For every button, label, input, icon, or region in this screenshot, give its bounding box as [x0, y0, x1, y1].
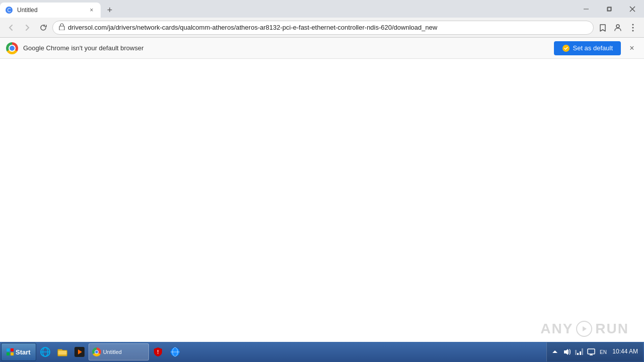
system-clock[interactable]: 10:44 AM: [610, 348, 640, 356]
svg-rect-15: [11, 348, 14, 351]
tab-close-button[interactable]: ×: [88, 6, 96, 14]
svg-text:!: !: [157, 349, 158, 355]
new-tab-button[interactable]: +: [103, 3, 117, 17]
minimize-button[interactable]: [575, 0, 598, 18]
svg-rect-16: [7, 352, 10, 355]
window-controls: [575, 0, 644, 18]
svg-point-9: [632, 24, 634, 25]
globe-taskbar-icon[interactable]: [167, 344, 183, 360]
folder-taskbar-icon[interactable]: [54, 344, 70, 360]
tab-strip: C Untitled × +: [0, 0, 117, 18]
network-icon[interactable]: [574, 347, 584, 357]
svg-rect-34: [588, 349, 595, 354]
svg-point-11: [632, 30, 634, 31]
url-text: driversol.com/ja/drivers/network-cards/q…: [68, 24, 587, 31]
svg-rect-30: [577, 353, 579, 355]
start-button[interactable]: Start: [1, 343, 36, 361]
svg-rect-2: [584, 9, 589, 9]
chrome-logo: [6, 42, 18, 54]
security-icon: [59, 23, 65, 32]
volume-icon[interactable]: [562, 347, 572, 357]
refresh-button[interactable]: [36, 21, 50, 35]
svg-point-10: [632, 27, 634, 28]
title-bar: C Untitled × +: [0, 0, 644, 18]
svg-marker-28: [552, 350, 557, 353]
info-bar-close-button[interactable]: ×: [626, 42, 638, 54]
svg-text:EN: EN: [600, 349, 607, 355]
media-taskbar-icon[interactable]: [71, 344, 88, 360]
svg-rect-33: [582, 348, 583, 355]
system-tray: EN 10:44 AM: [546, 342, 643, 361]
svg-rect-32: [575, 350, 577, 355]
taskbar: Start Untitled !: [0, 342, 644, 362]
svg-rect-17: [11, 352, 14, 355]
chrome-taskbar-item[interactable]: Untitled: [89, 343, 149, 360]
svg-rect-14: [7, 348, 10, 351]
info-bar: Google Chrome isn't your default browser…: [0, 38, 644, 59]
tab-favicon: C: [5, 6, 13, 14]
svg-rect-21: [58, 350, 67, 355]
account-button[interactable]: [611, 21, 625, 35]
svg-text:C: C: [7, 8, 11, 13]
start-label: Start: [16, 348, 31, 356]
active-tab[interactable]: C Untitled ×: [0, 3, 101, 18]
menu-button[interactable]: [626, 21, 640, 35]
forward-button[interactable]: [20, 21, 34, 35]
close-button[interactable]: [621, 0, 644, 18]
set-default-button[interactable]: Set as default: [554, 41, 621, 55]
nav-right-buttons: [596, 21, 640, 35]
language-icon[interactable]: EN: [598, 347, 608, 357]
info-message: Google Chrome isn't your default browser: [23, 44, 549, 52]
svg-marker-29: [564, 349, 568, 355]
page-content: [0, 59, 644, 342]
tab-title: Untitled: [17, 7, 84, 14]
bookmark-button[interactable]: [596, 21, 610, 35]
set-default-label: Set as default: [573, 44, 613, 52]
chrome-taskbar-label: Untitled: [103, 349, 122, 355]
shield-taskbar-icon[interactable]: !: [150, 344, 166, 360]
back-button[interactable]: [4, 21, 18, 35]
svg-rect-7: [59, 26, 64, 30]
display-icon[interactable]: [586, 347, 596, 357]
tray-expand-icon[interactable]: [550, 347, 560, 357]
restore-button[interactable]: [598, 0, 621, 18]
nav-bar: driversol.com/ja/drivers/network-cards/q…: [0, 18, 644, 38]
svg-point-8: [616, 25, 619, 28]
address-bar[interactable]: driversol.com/ja/drivers/network-cards/q…: [52, 21, 594, 35]
ie-taskbar-icon[interactable]: [37, 344, 53, 360]
svg-rect-31: [580, 351, 581, 355]
